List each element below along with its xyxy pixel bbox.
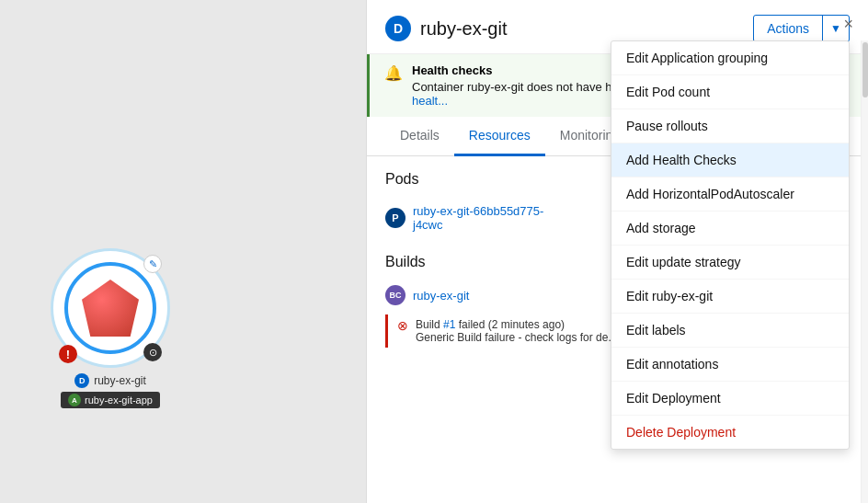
node-inner-ring bbox=[64, 262, 156, 354]
dropdown-item-add-hpa[interactable]: Add HorizontalPodAutoscaler bbox=[611, 177, 849, 211]
ruby-gem-icon bbox=[82, 280, 139, 337]
tab-resources[interactable]: Resources bbox=[454, 117, 545, 156]
github-icon: ⊙ bbox=[143, 343, 162, 361]
dropdown-item-edit-labels[interactable]: Edit labels bbox=[611, 314, 849, 348]
actions-label: Actions bbox=[754, 16, 823, 41]
dropdown-item-edit-update-strategy[interactable]: Edit update strategy bbox=[611, 246, 849, 280]
panel-deployment-badge: D bbox=[385, 16, 411, 41]
build-number-link[interactable]: #1 bbox=[443, 318, 455, 331]
buildconfig-link[interactable]: ruby-ex-git bbox=[413, 289, 469, 303]
dropdown-item-add-health-checks[interactable]: Add Health Checks bbox=[611, 143, 849, 177]
deployment-badge: D bbox=[74, 373, 89, 388]
buildconfig-badge: BC bbox=[385, 285, 405, 305]
detail-panel: D ruby-ex-git Actions ▼ × 🔔 Health check… bbox=[366, 0, 868, 503]
panel-title: ruby-ex-git bbox=[420, 18, 507, 40]
bell-icon: 🔔 bbox=[384, 64, 403, 82]
topology-canvas: ✎ ! ⊙ D ruby-ex-git A ruby-ex-git-app bbox=[0, 0, 368, 503]
scrollbar-thumb[interactable] bbox=[862, 42, 868, 97]
build-error-icon: ⊗ bbox=[397, 318, 408, 333]
title-row: D ruby-ex-git bbox=[385, 16, 507, 41]
pod-link[interactable]: ruby-ex-git-66bb55d775-j4cwc bbox=[413, 204, 543, 232]
scrollbar-track[interactable] bbox=[861, 40, 868, 503]
app-node[interactable]: ✎ ! ⊙ D ruby-ex-git A ruby-ex-git-app bbox=[51, 248, 170, 408]
actions-button[interactable]: Actions ▼ bbox=[753, 15, 850, 42]
dropdown-item-edit-annotations[interactable]: Edit annotations bbox=[611, 348, 849, 382]
build-error-text: Build #1 failed (2 minutes ago) Generic … bbox=[416, 318, 617, 344]
dropdown-item-delete-deployment[interactable]: Delete Deployment bbox=[611, 416, 849, 449]
app-badge: A bbox=[68, 394, 81, 406]
dropdown-item-edit-pod-count[interactable]: Edit Pod count bbox=[611, 75, 849, 109]
close-button[interactable]: × bbox=[843, 15, 853, 34]
edit-node-icon[interactable]: ✎ bbox=[143, 255, 162, 273]
node-outer-ring: ✎ ! ⊙ bbox=[51, 248, 170, 368]
app-name-label: ruby-ex-git-app bbox=[85, 394, 153, 406]
app-label: A ruby-ex-git-app bbox=[61, 392, 160, 408]
dropdown-item-add-storage[interactable]: Add storage bbox=[611, 211, 849, 246]
dropdown-item-pause-rollouts[interactable]: Pause rollouts bbox=[611, 109, 849, 143]
node-label: D ruby-ex-git bbox=[74, 373, 146, 388]
actions-dropdown: Edit Application grouping Edit Pod count… bbox=[611, 40, 850, 450]
tab-details[interactable]: Details bbox=[385, 117, 454, 156]
dropdown-item-edit-ruby-ex-git[interactable]: Edit ruby-ex-git bbox=[611, 280, 849, 314]
build-error-detail: Generic Build failure - check logs for d… bbox=[416, 331, 617, 344]
pod-badge: P bbox=[385, 208, 405, 228]
node-error-badge: ! bbox=[59, 345, 77, 363]
dropdown-item-edit-deployment[interactable]: Edit Deployment bbox=[611, 382, 849, 416]
dropdown-item-edit-app-grouping[interactable]: Edit Application grouping bbox=[611, 41, 849, 75]
node-name-label: ruby-ex-git bbox=[94, 374, 146, 387]
